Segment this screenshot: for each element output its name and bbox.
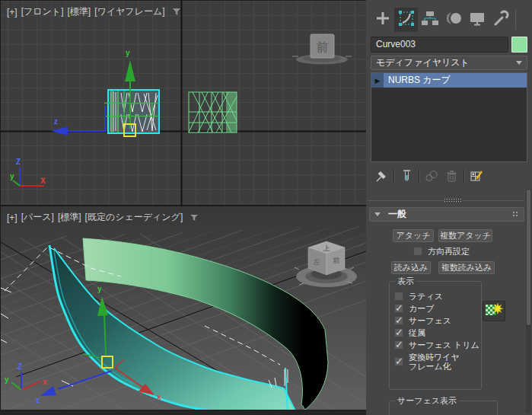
viewport-menu-shading[interactable]: [ワイヤフレーム]	[94, 5, 164, 18]
tab-display[interactable]	[465, 8, 489, 32]
checkbox[interactable]	[394, 340, 403, 350]
viewcube-front-face[interactable]: 前	[316, 40, 328, 53]
display-checkbox[interactable]: サーフェス トリム	[394, 340, 481, 350]
attach-multiple-button[interactable]: 複数アタッチ	[438, 229, 492, 242]
display-checkbox[interactable]: 変換時ワイヤ フレーム化	[394, 353, 481, 371]
gizmo-z-label: z	[54, 117, 58, 126]
3ds-max-window: [+] [フロント] [標準] [ワイヤフレーム]	[0, 0, 532, 415]
display-checkbox[interactable]: 従属	[394, 328, 481, 337]
drag-grip-icon[interactable]	[512, 211, 519, 218]
selected-nurbs-surface[interactable]	[104, 90, 159, 133]
viewport-menu-pov[interactable]: [パース]	[21, 211, 54, 224]
front-viewport-canvas[interactable]: z y Z X y 前	[1, 1, 366, 205]
tripod-z-label: Z	[16, 158, 21, 166]
create-plus-icon	[374, 9, 392, 30]
tripod-y-label: y	[5, 375, 9, 384]
viewcube-front-face[interactable]: 前	[333, 257, 340, 264]
tab-modify[interactable]	[394, 8, 418, 32]
viewport-menu-standard[interactable]: [標準]	[67, 5, 91, 18]
checkbox[interactable]	[394, 328, 403, 337]
viewport-menu-plus[interactable]: [+]	[7, 7, 18, 18]
perspective-viewport-canvas[interactable]: y x z Z x y	[1, 206, 366, 410]
remove-modifier-icon[interactable]	[444, 168, 459, 184]
nurbs-toolbox-button[interactable]	[483, 301, 505, 321]
checkbox[interactable]	[413, 247, 422, 256]
tab-utilities[interactable]	[489, 8, 512, 32]
surface-display-group-title: サーフェス表示	[395, 395, 459, 407]
tab-create[interactable]	[371, 8, 394, 32]
axis-tripod: Z X y	[10, 158, 46, 186]
command-panel-tabs	[371, 7, 516, 32]
viewcube-left-face[interactable]: 左	[313, 258, 321, 266]
viewport-menu-pov[interactable]: [フロント]	[21, 5, 64, 18]
checkbox[interactable]	[394, 292, 403, 301]
display-checkbox[interactable]: サーフェス	[394, 316, 481, 325]
viewcube[interactable]: 上 左 前	[295, 241, 357, 287]
name-and-color-row: Curve003	[371, 37, 527, 53]
modifier-stack-item-label: NURBS カーブ	[384, 74, 451, 87]
pin-icon[interactable]	[374, 168, 389, 184]
viewport-perspective[interactable]: [+] [パース] [標準] [既定のシェーディング]	[1, 206, 366, 410]
filter-funnel-icon[interactable]	[190, 214, 199, 222]
configure-modifier-sets-icon[interactable]	[469, 168, 484, 184]
object-name-field[interactable]: Curve003	[371, 37, 508, 53]
tab-motion[interactable]	[441, 8, 465, 32]
panel-resize-grip[interactable]	[368, 200, 524, 203]
checkbox-label: サーフェス トリム	[409, 340, 479, 350]
display-group: 表示 ラティス カーブ サーフェス 従属 サーフェス トリム 変換時ワイヤ フレ…	[389, 276, 482, 390]
expand-arrow-icon[interactable]: ▶	[371, 73, 384, 88]
viewcube-top-face[interactable]: 上	[323, 244, 330, 252]
display-group-title: 表示	[395, 276, 416, 287]
modifier-stack-toolbar	[374, 167, 484, 185]
make-unique-icon[interactable]	[424, 168, 439, 184]
modifier-list-dropdown[interactable]: モディファイヤリスト	[371, 56, 527, 70]
import-button[interactable]: 読み込み	[391, 261, 431, 274]
gizmo-z-label: z	[36, 396, 40, 404]
modifier-stack[interactable]: ▶ NURBS カーブ	[371, 72, 527, 162]
toolbar-separator	[419, 169, 419, 183]
import-multiple-button[interactable]: 複数読み込み	[438, 261, 495, 274]
toolbar-separator	[464, 169, 464, 183]
filter-funnel-icon[interactable]	[172, 8, 181, 16]
chevron-down-icon	[516, 61, 522, 65]
viewport-front[interactable]: [+] [フロント] [標準] [ワイヤフレーム]	[1, 1, 366, 205]
viewcube[interactable]: 前	[292, 34, 352, 65]
reorient-checkbox[interactable]: 方向再設定	[413, 247, 470, 256]
checkbox-label: カーブ	[409, 304, 435, 313]
tab-hierarchy[interactable]	[418, 8, 441, 32]
show-end-result-icon[interactable]	[399, 168, 414, 184]
nurbs-surface-wireframe[interactable]	[189, 92, 237, 132]
command-panel: Curve003 モディファイヤリスト ▶ NURBS カーブ	[366, 0, 532, 415]
viewport-menu-plus[interactable]: [+]	[7, 212, 18, 223]
checkbox[interactable]	[394, 357, 403, 366]
gizmo-y-label: y	[126, 49, 130, 57]
scrollbar-thumb[interactable]	[527, 190, 530, 325]
viewport-front-label: [+] [フロント] [標準] [ワイヤフレーム]	[7, 5, 181, 18]
collapse-arrow-icon	[374, 212, 381, 216]
rollout-general-title: 一般	[388, 208, 406, 221]
viewport-menu-standard[interactable]: [標準]	[58, 211, 81, 224]
checkbox-label: 従属	[409, 328, 425, 337]
utilities-wrench-icon	[492, 9, 510, 30]
checkbox[interactable]	[394, 304, 403, 313]
modifier-list-label: モディファイヤリスト	[376, 56, 470, 69]
tripod-z-label: Z	[18, 362, 22, 371]
tabbar-divider	[515, 10, 516, 30]
checkbox[interactable]	[394, 316, 403, 325]
modify-icon	[397, 9, 416, 30]
object-color-swatch[interactable]	[511, 37, 527, 53]
tripod-y-label: y	[10, 172, 14, 180]
rollout-general-header[interactable]: 一般	[369, 207, 524, 222]
display-checkbox[interactable]: ラティス	[394, 292, 481, 301]
panel-scrollbar[interactable]	[526, 189, 531, 413]
surface-display-group: サーフェス表示	[389, 395, 498, 415]
display-checkbox[interactable]: カーブ	[394, 304, 481, 313]
axis-tripod: Z x y	[5, 362, 47, 390]
checkbox-label: ラティス	[409, 292, 443, 301]
display-group-items: ラティス カーブ サーフェス 従属 サーフェス トリム 変換時ワイヤ フレーム化	[393, 292, 481, 371]
gizmo-z-axis[interactable]: z	[51, 106, 107, 136]
modifier-stack-row[interactable]: ▶ NURBS カーブ	[371, 73, 527, 88]
viewport-menu-shading[interactable]: [既定のシェーディング]	[85, 211, 183, 224]
attach-button[interactable]: アタッチ	[393, 229, 434, 242]
checkbox-label: 変換時ワイヤ フレーム化	[409, 353, 460, 371]
